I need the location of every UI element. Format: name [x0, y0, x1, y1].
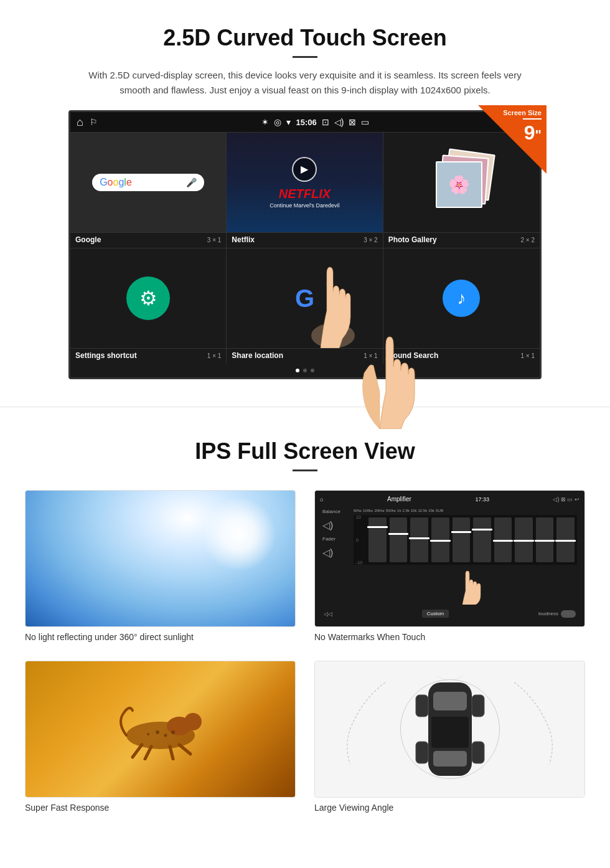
netflix-cell-top: ▶ NETFLIX Continue Marvel's Daredevil: [227, 133, 382, 232]
sunlight-bg: [26, 491, 295, 626]
netflix-logo: NETFLIX: [279, 187, 331, 201]
volume-icon: ◁): [334, 117, 344, 127]
sound-search-cell[interactable]: ♪: [383, 248, 540, 348]
eq-slider-5[interactable]: [453, 517, 471, 562]
svg-line-4: [133, 745, 142, 757]
photo-gallery-cell[interactable]: 🌸: [383, 133, 540, 232]
google-label: Google 3 × 1: [70, 233, 227, 248]
eq-hz-10k: 10k: [411, 509, 417, 512]
netflix-name: Netflix: [232, 235, 255, 244]
eq-slider-1[interactable]: [368, 517, 387, 562]
sound-search-label: Sound Search 1 × 1: [383, 349, 540, 364]
curved-description: With 2.5D curved-display screen, this de…: [87, 68, 523, 98]
mic-icon[interactable]: 🎤: [186, 177, 197, 187]
photo-gallery-name: Photo Gallery: [388, 235, 437, 244]
photo-gallery-label: Photo Gallery 2 × 2: [383, 233, 540, 248]
google-cell[interactable]: Google 🎤: [70, 133, 227, 232]
eq-sliders: 10 0 -10: [354, 515, 577, 565]
share-location-cell[interactable]: G: [227, 248, 383, 348]
netflix-grid-size: 3 × 2: [364, 237, 378, 243]
eq-hz-200: 200hz: [374, 509, 384, 512]
settings-cell-inner: ⚙: [70, 248, 226, 348]
google-name: Google: [75, 235, 101, 244]
eq-hz-12k5: 12.5k: [418, 509, 427, 512]
svg-line-7: [179, 745, 190, 754]
eq-slider-8[interactable]: [515, 517, 533, 562]
home-icon[interactable]: ⌂: [77, 116, 83, 129]
amp-left-labels: Balance ◁) Fader ◁): [322, 509, 347, 605]
photo-stack: 🌸: [430, 151, 492, 214]
badge-size: 9": [524, 123, 542, 143]
sound-search-inner: ♪: [383, 248, 540, 348]
car-view-label: Large Viewing Angle: [314, 803, 585, 813]
settings-grid-size: 1 × 1: [207, 352, 222, 359]
eq-hz-15k: 15k: [428, 509, 434, 512]
curved-section: 2.5D Curved Touch Screen With 2.5D curve…: [0, 0, 610, 400]
svg-point-8: [156, 730, 159, 734]
eq-sub: SUB: [436, 509, 443, 512]
eq-slider-10[interactable]: [556, 517, 575, 562]
screen-dots: [70, 364, 540, 377]
angle-arrows: [315, 661, 584, 797]
custom-btn[interactable]: Custom: [422, 610, 449, 618]
eq-hz-60: 60hz: [354, 509, 362, 512]
google-search-bar[interactable]: Google 🎤: [92, 174, 204, 191]
eq-slider-6[interactable]: [473, 517, 491, 562]
netflix-play-btn[interactable]: ▶: [292, 157, 317, 182]
amplifier-image: ⌂ Amplifier 17:33 ◁) ⊠ ▭ ↩ Balance ◁) Fa…: [314, 490, 585, 627]
app-labels-row1: Google 3 × 1 Netflix 3 × 2 Photo Gallery…: [70, 232, 540, 248]
eq-slider-2[interactable]: [390, 517, 408, 562]
eq-scale: 10 0 -10: [356, 515, 362, 565]
dot-2: [303, 369, 307, 372]
page-wrapper: 2.5D Curved Touch Screen With 2.5D curve…: [0, 0, 610, 831]
wifi-icon: ▾: [286, 117, 291, 127]
svg-point-3: [184, 713, 202, 730]
dot-1: [296, 369, 299, 372]
features-grid: No light reflecting under 360° direct su…: [25, 490, 585, 813]
usb-icon: ⚐: [90, 117, 98, 127]
eq-slider-7[interactable]: [494, 517, 512, 562]
svg-line-6: [170, 747, 173, 759]
amp-home-icon: ⌂: [320, 496, 323, 502]
netflix-cell[interactable]: ▶ NETFLIX Continue Marvel's Daredevil: [227, 133, 383, 232]
cheetah-image: [25, 661, 296, 798]
touch-hand-area: [354, 567, 577, 605]
sound-search-grid-size: 1 × 1: [520, 352, 535, 359]
amp-time: 17:33: [475, 496, 489, 502]
sound-icon-wrap: ♪: [443, 280, 480, 317]
section-divider: [0, 407, 610, 407]
eq-slider-3[interactable]: [410, 517, 428, 562]
car-view-image: [314, 661, 585, 798]
car-view-bg: [315, 661, 584, 797]
cheetah-label: Super Fast Response: [25, 803, 296, 813]
fader-label: Fader: [322, 536, 347, 542]
amp-icons: ◁) ⊠ ▭ ↩: [553, 496, 580, 502]
status-center: ✶ ◎ ▾ 15:06 ⊡ ◁) ⊠ ▭: [261, 117, 369, 127]
amp-sidebar: Balance ◁) Fader ◁) 60hz 100hz 200hz: [320, 506, 580, 607]
eq-slider-4[interactable]: [431, 517, 449, 562]
settings-cell[interactable]: ⚙: [70, 248, 227, 348]
loudness-toggle: loudness: [538, 610, 576, 618]
status-left: ⌂ ⚐: [77, 116, 98, 129]
eq-slider-9[interactable]: [536, 517, 554, 562]
google-grid-size: 3 × 1: [207, 237, 222, 243]
photo-gallery-grid-size: 2 × 2: [520, 237, 535, 243]
photo-gallery-top: 🌸: [383, 133, 540, 232]
location-icon: ◎: [274, 117, 281, 127]
title-divider: [293, 56, 317, 58]
ips-title-divider: [293, 469, 317, 471]
toggle-track[interactable]: [561, 610, 576, 618]
cheetah-bg: [26, 661, 295, 797]
flower-icon: 🌸: [437, 163, 481, 207]
curved-title: 2.5D Curved Touch Screen: [37, 25, 573, 51]
status-time: 15:06: [296, 118, 316, 127]
eq-slider-group[interactable]: [368, 517, 575, 562]
sound-search-name: Sound Search: [388, 351, 439, 360]
eq-hz-100: 100hz: [363, 509, 373, 512]
badge-divider: [523, 118, 542, 120]
app-grid-row1: Google 🎤 ▶ NETFLIX Continue: [70, 132, 540, 232]
google-cell-top: Google 🎤: [70, 133, 226, 232]
maps-icon-container: G: [295, 285, 314, 313]
svg-point-11: [171, 730, 175, 734]
amp-eq-area: 60hz 100hz 200hz 500hz 1k 2.5k 10k 12.5k…: [354, 509, 577, 605]
